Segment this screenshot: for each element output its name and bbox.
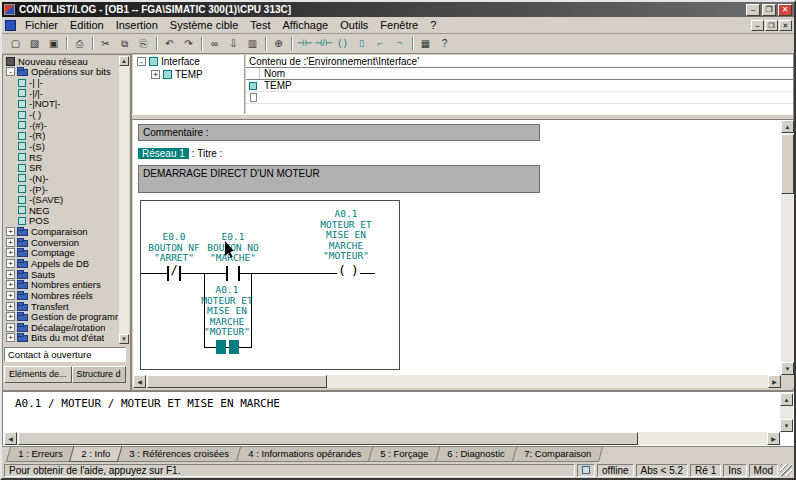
new-icon[interactable]: ▢ bbox=[6, 35, 25, 52]
output-tab[interactable]: 6 : Diagnostic bbox=[435, 447, 517, 462]
output-tab[interactable]: 3 : Références croisées bbox=[117, 447, 241, 462]
tree-row-temp[interactable]: + TEMP bbox=[133, 68, 244, 81]
declaration-row-temp[interactable]: TEMP bbox=[246, 80, 793, 92]
expand-toggle-icon[interactable]: + bbox=[6, 227, 15, 236]
expand-toggle-icon[interactable]: + bbox=[6, 302, 15, 311]
output-tab[interactable]: 2 : Info bbox=[69, 447, 122, 462]
tree-item[interactable]: -| |- bbox=[4, 77, 118, 88]
close-branch-icon[interactable]: ¬ bbox=[390, 35, 409, 52]
tree-item[interactable]: -(P)- bbox=[4, 184, 118, 195]
scroll-right-icon[interactable]: ▶ bbox=[768, 375, 781, 388]
scroll-up-icon[interactable]: ▲ bbox=[119, 56, 129, 66]
tree-item[interactable]: + Conversion bbox=[4, 237, 118, 248]
coil-symbol[interactable]: ( bbox=[337, 263, 347, 278]
expand-toggle-icon[interactable]: + bbox=[6, 280, 15, 289]
tree-item[interactable]: Nouveau réseau bbox=[4, 56, 118, 67]
tree-item[interactable]: -(R) bbox=[4, 130, 118, 141]
expand-toggle-icon[interactable]: + bbox=[6, 291, 15, 300]
zoom-icon[interactable]: ⊕ bbox=[269, 35, 288, 52]
no-contact-bar[interactable] bbox=[238, 266, 240, 281]
menu-item[interactable]: Insertion bbox=[110, 18, 164, 32]
tree-item[interactable]: + Nombres réels bbox=[4, 290, 118, 301]
menu-item[interactable]: ? bbox=[424, 18, 442, 32]
coil-icon[interactable]: ( ) bbox=[333, 35, 352, 52]
menu-item[interactable]: Fichier bbox=[19, 18, 64, 32]
download-icon[interactable]: ⇩ bbox=[224, 35, 243, 52]
scroll-up-icon[interactable]: ▲ bbox=[781, 120, 794, 133]
toolbar-button[interactable] bbox=[198, 35, 205, 52]
expand-toggle-icon[interactable]: + bbox=[6, 312, 15, 321]
expand-toggle-icon[interactable]: + bbox=[6, 270, 15, 279]
child-restore-button[interactable]: ❐ bbox=[765, 20, 778, 31]
menu-item[interactable]: Test bbox=[244, 18, 276, 32]
redo-icon[interactable]: ↷ bbox=[179, 35, 198, 52]
block-comment-field[interactable]: Commentaire : bbox=[138, 124, 540, 141]
tree-item[interactable]: + Comptage bbox=[4, 248, 118, 259]
cut-icon[interactable]: ✂ bbox=[96, 35, 115, 52]
menu-item[interactable]: Fenêtre bbox=[374, 18, 424, 32]
resize-grip[interactable] bbox=[780, 464, 792, 476]
toolbar-button[interactable] bbox=[288, 35, 295, 52]
tree-item[interactable]: + Transfert bbox=[4, 301, 118, 312]
toolbar-button[interactable] bbox=[63, 35, 70, 52]
tree-item[interactable]: + Sauts bbox=[4, 269, 118, 280]
tree-row-interface[interactable]: - Interface bbox=[133, 55, 244, 68]
tree-item[interactable]: POS bbox=[4, 216, 118, 227]
tree-item[interactable]: -(S) bbox=[4, 141, 118, 152]
scroll-right-icon[interactable]: ▶ bbox=[767, 432, 780, 445]
close-button[interactable]: ✕ bbox=[778, 4, 792, 16]
paste-icon[interactable]: ⎘ bbox=[134, 35, 153, 52]
tree-scrollbar[interactable]: ▲ ▼ bbox=[119, 56, 129, 344]
print-icon[interactable]: ⎙ bbox=[70, 35, 89, 52]
scrollbar-thumb[interactable] bbox=[781, 134, 794, 194]
save-icon[interactable]: ▣ bbox=[44, 35, 63, 52]
selected-contact-bar[interactable] bbox=[216, 340, 226, 354]
copy-icon[interactable]: ⧉ bbox=[115, 35, 134, 52]
editor-vertical-scrollbar[interactable]: ▲ ▼ bbox=[781, 120, 794, 375]
menu-item[interactable]: Edition bbox=[64, 18, 110, 32]
editor-horizontal-scrollbar[interactable]: ◀ ▶ bbox=[133, 375, 781, 388]
tree-item[interactable]: + Appels de DB bbox=[4, 258, 118, 269]
tree-item[interactable]: + Nombres entiers bbox=[4, 279, 118, 290]
scrollbar-thumb[interactable] bbox=[147, 375, 327, 388]
tree-item[interactable]: + Comparaison bbox=[4, 226, 118, 237]
scroll-left-icon[interactable]: ◀ bbox=[4, 432, 17, 445]
child-close-button[interactable]: ✕ bbox=[779, 20, 792, 31]
app-icon[interactable] bbox=[4, 4, 15, 15]
output-tab[interactable]: 7: Comparaison bbox=[512, 447, 603, 462]
toolbar-button[interactable] bbox=[89, 35, 96, 52]
tree-item[interactable]: -(N)- bbox=[4, 173, 118, 184]
output-tab[interactable]: 4 : Informations opérandes bbox=[236, 447, 373, 462]
tree-item[interactable]: + Gestion de programme bbox=[4, 311, 118, 322]
coil-symbol[interactable]: ) bbox=[350, 263, 360, 278]
toolbar-button[interactable] bbox=[409, 35, 416, 52]
contact-nc-icon[interactable]: ⊣/⊢ bbox=[314, 35, 333, 52]
expand-toggle-icon[interactable]: + bbox=[151, 70, 160, 79]
tree-item[interactable]: + Bits du mot d'état bbox=[4, 333, 118, 344]
expand-toggle-icon[interactable]: + bbox=[6, 333, 15, 342]
menu-item[interactable]: Système cible bbox=[164, 18, 244, 32]
expand-toggle-icon[interactable]: + bbox=[6, 259, 15, 268]
network-badge[interactable]: Réseau 1 bbox=[138, 148, 189, 159]
undo-icon[interactable]: ↶ bbox=[160, 35, 179, 52]
scroll-down-icon[interactable]: ▼ bbox=[119, 334, 129, 344]
contact-no-icon[interactable]: ⊣⊢ bbox=[295, 35, 314, 52]
tree-item[interactable]: SR bbox=[4, 162, 118, 173]
expand-toggle-icon[interactable]: + bbox=[6, 248, 15, 257]
expand-toggle-icon[interactable]: + bbox=[6, 238, 15, 247]
scroll-down-icon[interactable]: ▼ bbox=[781, 362, 794, 375]
parallel-contact-label[interactable]: A0.1 MOTEUR ET MISE EN MARCHE "MOTEUR" bbox=[187, 285, 267, 338]
tree-item[interactable]: NEG bbox=[4, 205, 118, 216]
scrollbar-thumb[interactable] bbox=[18, 432, 638, 445]
tree-item[interactable]: -|NOT|- bbox=[4, 99, 118, 110]
scroll-down-icon[interactable]: ▼ bbox=[780, 419, 793, 432]
expand-toggle-icon[interactable]: - bbox=[6, 67, 15, 76]
info-vertical-scrollbar[interactable]: ▲ ▼ bbox=[780, 393, 793, 432]
scroll-up-icon[interactable]: ▲ bbox=[780, 393, 793, 406]
tree-item[interactable]: - Opérations sur bits bbox=[4, 67, 118, 78]
toolbar-button[interactable] bbox=[262, 35, 269, 52]
menu-item[interactable]: Outils bbox=[334, 18, 374, 32]
network-title-field[interactable]: DEMARRAGE DIRECT D'UN MOTEUR bbox=[138, 165, 540, 193]
tree-item[interactable]: -(#)- bbox=[4, 120, 118, 131]
tree-item[interactable]: RS bbox=[4, 152, 118, 163]
